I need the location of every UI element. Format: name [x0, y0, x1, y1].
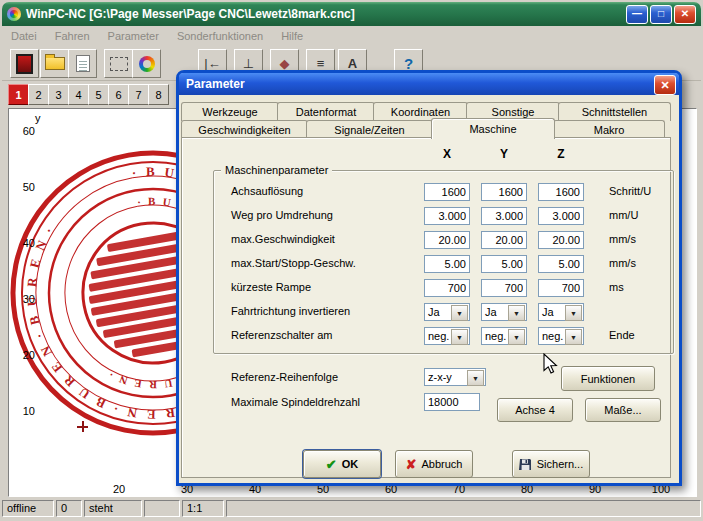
input-achsaufloesung-y[interactable]	[481, 183, 527, 201]
label-kuerzeste-rampe: kürzeste Rampe	[231, 281, 311, 293]
label-referenz-reihenfolge: Referenz-Reihenfolge	[231, 371, 338, 383]
open-file-button[interactable]	[40, 49, 69, 78]
y-tick-30: 30	[13, 293, 35, 305]
zero-icon: ⊥	[243, 56, 254, 71]
dialog-close-button[interactable]: ✕	[654, 75, 676, 95]
status-state: steht	[84, 500, 142, 517]
machine-tab-6[interactable]: 6	[108, 84, 129, 105]
abbruch-button[interactable]: ✘ Abbruch	[395, 450, 473, 478]
input-maxgeschw-x[interactable]	[424, 231, 470, 249]
axis-header-z: Z	[538, 147, 584, 161]
status-connection: offline	[2, 500, 54, 517]
input-maxgeschw-z[interactable]	[538, 231, 584, 249]
input-spindeldrehzahl[interactable]	[424, 393, 480, 411]
home-icon: |←	[204, 56, 220, 71]
input-rampe-z[interactable]	[538, 279, 584, 297]
input-weg-z[interactable]	[538, 207, 584, 225]
chevron-down-icon[interactable]: ▼	[565, 305, 582, 321]
machine-parameter-group-title: Maschinenparameter	[221, 164, 332, 176]
redraw-icon	[139, 56, 155, 72]
label-start-stopp-geschw: max.Start/Stopp-Geschw.	[231, 257, 356, 269]
title-bar: WinPC-NC [G:\Page Messer\Page CNC\Lewetz…	[2, 2, 701, 26]
machine-tab-1[interactable]: 1	[8, 84, 29, 105]
machine-tab-4[interactable]: 4	[68, 84, 89, 105]
menu-hilfe[interactable]: Hilfe	[272, 28, 312, 44]
unit-maxgeschw: mm/s	[609, 233, 636, 245]
unit-refswitch: Ende	[609, 329, 635, 341]
position-marker	[77, 421, 88, 432]
label-weg-pro-umdrehung: Weg pro Umdrehung	[231, 209, 333, 221]
funktionen-button[interactable]: Funktionen	[561, 366, 655, 391]
machine-tab-5[interactable]: 5	[88, 84, 109, 105]
select-invert-x[interactable]: Ja ▼	[424, 303, 470, 321]
label-fahrtrichtung-invertieren: Fahrtrichtung invertieren	[231, 305, 350, 317]
close-button[interactable]: ✕	[674, 5, 696, 24]
window-title: WinPC-NC [G:\Page Messer\Page CNC\Lewetz…	[26, 7, 355, 21]
tab-schnittstellen[interactable]: Schnittstellen	[558, 102, 671, 121]
status-spacer-2	[226, 500, 701, 517]
menu-sonderfunktionen[interactable]: Sonderfunktionen	[168, 28, 272, 44]
ok-button[interactable]: ✔ OK	[303, 450, 381, 478]
select-invert-z[interactable]: Ja ▼	[538, 303, 584, 321]
achse4-button[interactable]: Achse 4	[497, 398, 573, 422]
input-achsaufloesung-x[interactable]	[424, 183, 470, 201]
chevron-down-icon[interactable]: ▼	[451, 329, 468, 345]
input-startstopp-z[interactable]	[538, 255, 584, 273]
select-referenz-reihenfolge[interactable]: z-x-y ▼	[424, 368, 486, 386]
machine-tab-8[interactable]: 8	[148, 84, 169, 105]
chevron-down-icon[interactable]: ▼	[508, 329, 525, 345]
selection-icon	[110, 57, 128, 71]
dialog-title: Parameter	[186, 77, 245, 91]
file-info-button[interactable]	[68, 49, 97, 78]
y-tick-60: 60	[13, 125, 35, 137]
sichern-button-label: Sichern...	[537, 458, 583, 470]
select-invert-y[interactable]: Ja ▼	[481, 303, 527, 321]
selection-button[interactable]	[104, 49, 133, 78]
menu-parameter[interactable]: Parameter	[99, 28, 168, 44]
input-maxgeschw-y[interactable]	[481, 231, 527, 249]
tab-datenformat[interactable]: Datenformat	[277, 102, 375, 121]
check-icon: ✔	[326, 457, 337, 472]
select-refswitch-x[interactable]: neg. ▼	[424, 327, 470, 345]
menu-bar: Datei Fahren Parameter Sonderfunktionen …	[2, 27, 701, 45]
unit-achsaufloesung: Schritt/U	[609, 185, 651, 197]
minimize-button[interactable]: —	[626, 5, 648, 24]
input-rampe-x[interactable]	[424, 279, 470, 297]
input-weg-y[interactable]	[481, 207, 527, 225]
input-startstopp-x[interactable]	[424, 255, 470, 273]
menu-datei[interactable]: Datei	[2, 28, 46, 44]
select-refswitch-z-value: neg.	[542, 330, 563, 342]
select-refswitch-x-value: neg.	[428, 330, 449, 342]
masse-button[interactable]: Maße...	[585, 398, 661, 422]
input-achsaufloesung-z[interactable]	[538, 183, 584, 201]
chevron-down-icon[interactable]: ▼	[565, 329, 582, 345]
menu-fahren[interactable]: Fahren	[46, 28, 99, 44]
redraw-button[interactable]	[132, 49, 161, 78]
axis-header-y: Y	[481, 147, 527, 161]
machine-tab-7[interactable]: 7	[128, 84, 149, 105]
unit-rampe: ms	[609, 281, 624, 293]
machine-tab-2[interactable]: 2	[28, 84, 49, 105]
maximize-button[interactable]: □	[650, 5, 672, 24]
sichern-button[interactable]: Sichern...	[512, 450, 590, 478]
select-refswitch-y[interactable]: neg. ▼	[481, 327, 527, 345]
machine-output-button[interactable]	[10, 49, 39, 78]
y-tick-20: 20	[13, 349, 35, 361]
label-achsaufloesung: Achsauflösung	[231, 185, 303, 197]
chevron-down-icon[interactable]: ▼	[451, 305, 468, 321]
input-weg-x[interactable]	[424, 207, 470, 225]
chevron-down-icon[interactable]: ▼	[467, 370, 484, 386]
select-refswitch-z[interactable]: neg. ▼	[538, 327, 584, 345]
tab-werkzeuge[interactable]: Werkzeuge	[181, 102, 279, 121]
input-startstopp-y[interactable]	[481, 255, 527, 273]
y-axis-label: y	[35, 112, 41, 124]
input-rampe-y[interactable]	[481, 279, 527, 297]
machine-icon	[16, 54, 33, 74]
dialog-title-bar: Parameter	[179, 73, 679, 95]
y-tick-40: 40	[13, 237, 35, 249]
target-icon: ◆	[280, 56, 290, 71]
chevron-down-icon[interactable]: ▼	[508, 305, 525, 321]
open-folder-icon	[45, 57, 65, 70]
machine-tab-3[interactable]: 3	[48, 84, 69, 105]
tab-maschine[interactable]: Maschine	[431, 118, 555, 139]
